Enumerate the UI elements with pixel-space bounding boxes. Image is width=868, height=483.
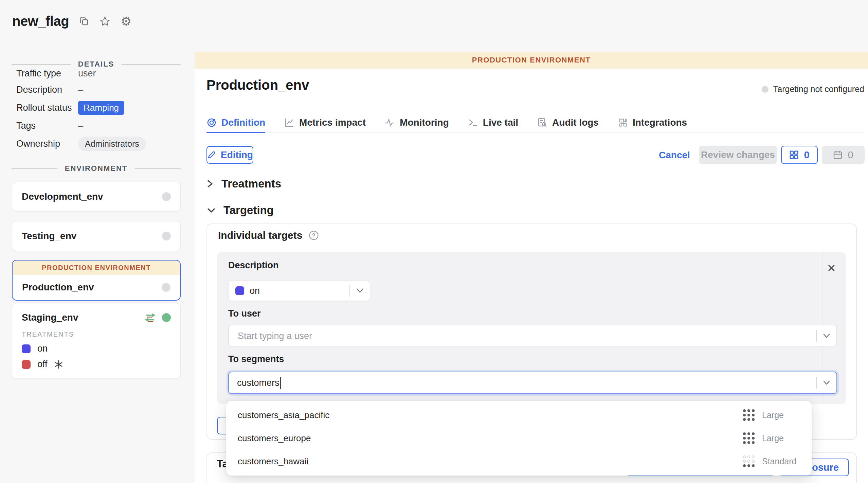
calendar-icon xyxy=(833,150,843,160)
page-title: Production_env xyxy=(206,77,309,93)
flag-header: new_flag ⚙ xyxy=(12,14,131,29)
environment-section-divider: ENVIRONMENT xyxy=(12,164,181,173)
star-icon[interactable] xyxy=(100,16,110,27)
tab-integrations[interactable]: Integrations xyxy=(618,114,687,133)
tab-live-tail[interactable]: Live tail xyxy=(468,114,518,133)
treatment-row-on: on xyxy=(22,343,171,354)
tab-monitoring[interactable]: Monitoring xyxy=(385,114,449,133)
to-segments-input[interactable]: customers xyxy=(228,372,837,394)
audit-log-icon xyxy=(537,118,547,128)
detail-row-tags: Tags – xyxy=(16,120,176,132)
schedule-count-button[interactable]: 0 xyxy=(822,146,865,164)
treatment-row-off: off xyxy=(22,359,171,370)
status-dot xyxy=(762,86,768,93)
env-active-dot xyxy=(162,313,171,322)
treatment-select[interactable]: on xyxy=(228,281,370,301)
segment-size-large-icon xyxy=(743,432,755,444)
cancel-button[interactable]: Cancel xyxy=(659,150,690,161)
flag-details: Traffic type user Description – Rollout … xyxy=(16,67,176,156)
sync-arrows-icon xyxy=(144,312,157,323)
env-card-testing[interactable]: Testing_env xyxy=(12,221,181,251)
target-icon xyxy=(206,118,217,128)
segment-option[interactable]: customers_hawaii Standard xyxy=(226,450,812,473)
ownership-chip[interactable]: Administrators xyxy=(78,137,146,151)
segments-dropdown: customers_asia_pacific Large customers_e… xyxy=(226,401,812,476)
to-segments-label: To segments xyxy=(228,354,284,364)
env-status-dot xyxy=(162,192,171,201)
text-caret xyxy=(280,377,281,389)
rollout-status-badge: Ramping xyxy=(78,101,124,115)
chevron-right-icon xyxy=(206,179,214,189)
chevron-down-icon[interactable] xyxy=(350,288,370,293)
detail-row-traffic-type: Traffic type user xyxy=(16,67,176,79)
targeting-section-header[interactable]: Targeting xyxy=(206,204,274,217)
env-card-development[interactable]: Development_env xyxy=(12,182,181,212)
editing-button[interactable]: Editing xyxy=(206,146,253,164)
detail-row-description: Description – xyxy=(16,84,176,96)
production-environment-label: PRODUCTION ENVIRONMENT xyxy=(13,261,180,275)
remove-target-icon[interactable]: × xyxy=(827,261,836,275)
segment-size-large-icon xyxy=(743,409,755,421)
default-treatment-asterisk-icon xyxy=(54,360,63,369)
to-user-input-wrap xyxy=(228,325,837,347)
tab-bar: Definition Metrics impact Monitoring xyxy=(206,114,687,133)
env-card-production[interactable]: PRODUCTION ENVIRONMENT Production_env xyxy=(12,260,181,301)
to-user-label: To user xyxy=(228,308,261,319)
to-user-input[interactable] xyxy=(237,330,816,342)
chevron-down-icon[interactable] xyxy=(817,380,836,385)
tab-metrics-impact[interactable]: Metrics impact xyxy=(284,114,366,133)
flag-name: new_flag xyxy=(12,14,69,29)
to-segments-value: customers xyxy=(237,378,279,388)
pencil-icon xyxy=(207,150,216,160)
changes-count-button[interactable]: 0 xyxy=(781,146,818,164)
chart-icon xyxy=(284,118,294,128)
puzzle-icon xyxy=(618,118,628,128)
gear-icon[interactable]: ⚙ xyxy=(121,15,131,28)
env-status-dot xyxy=(162,283,170,292)
tab-definition[interactable]: Definition xyxy=(206,114,265,133)
review-changes-button[interactable]: Review changes xyxy=(699,146,777,164)
treatment-on-swatch xyxy=(22,344,31,353)
segment-size-standard-icon xyxy=(743,455,755,467)
segment-option[interactable]: customers_europe Large xyxy=(226,427,812,450)
detail-row-ownership: Ownership Administrators xyxy=(16,136,176,151)
environment-heading: ENVIRONMENT xyxy=(65,164,128,173)
production-environment-banner: PRODUCTION ENVIRONMENT xyxy=(195,52,868,69)
individual-targets-header: Individual targets ? xyxy=(218,230,319,241)
treatments-heading: TREATMENTS xyxy=(22,330,171,338)
tab-audit-logs[interactable]: Audit logs xyxy=(537,114,599,133)
env-card-staging[interactable]: Staging_env TREATMENTS on xyxy=(12,303,181,379)
pulse-icon xyxy=(385,118,395,128)
segment-option[interactable]: customers_asia_pacific Large xyxy=(226,404,812,427)
description-label: Description xyxy=(228,260,279,271)
treatment-on-swatch xyxy=(235,286,244,295)
treatment-select-value: on xyxy=(250,286,260,296)
grid-icon xyxy=(789,150,799,160)
svg-text:?: ? xyxy=(312,232,315,239)
env-status-dot xyxy=(162,232,171,240)
flag-page: new_flag ⚙ DETAILS Traffic type user Des… xyxy=(0,0,868,483)
status-text: Targeting not configured xyxy=(773,84,864,94)
copy-icon[interactable] xyxy=(79,16,89,26)
treatment-off-swatch xyxy=(22,360,31,369)
help-icon[interactable]: ? xyxy=(308,230,319,241)
targeting-status: Targeting not configured xyxy=(762,84,864,94)
detail-row-rollout-status: Rollout status Ramping xyxy=(16,100,176,115)
terminal-icon xyxy=(468,118,478,128)
chevron-down-icon[interactable] xyxy=(817,334,836,338)
chevron-down-icon xyxy=(206,206,216,214)
treatments-section-header[interactable]: Treatments xyxy=(206,177,281,190)
